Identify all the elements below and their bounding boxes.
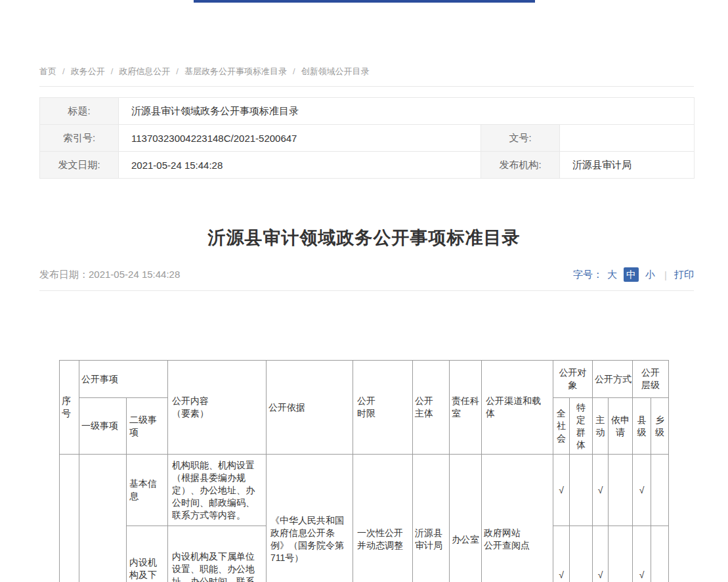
article-info-bar: 发布日期：2021-05-24 15:44:28 字号： 大 中 小 | 打印 bbox=[39, 267, 694, 291]
meta-row-date: 发文日期: 2021-05-24 15:44:28 发布机构: 沂源县审计局 bbox=[40, 152, 695, 179]
col-header-department: 责任科室 bbox=[450, 361, 482, 455]
col-header-specific-group: 特 定 群 体 bbox=[570, 398, 593, 455]
cell-check-specific-group bbox=[570, 526, 593, 582]
meta-docnum-label: 文号: bbox=[481, 125, 560, 152]
col-header-county: 县 级 bbox=[633, 398, 651, 455]
meta-row-index: 索引号: 11370323004223148C/2021-5200647 文号: bbox=[40, 125, 695, 152]
col-header-basis: 公开依据 bbox=[267, 361, 353, 455]
col-header-method: 公开方式 bbox=[593, 361, 633, 398]
meta-title-value: 沂源县审计领域政务公开事项标准目录 bbox=[119, 98, 695, 125]
cell-subject: 沂源县审计局 bbox=[413, 455, 450, 582]
cell-check-on-request bbox=[609, 526, 633, 582]
meta-agency-label: 发布机构: bbox=[481, 152, 560, 179]
col-header-level1-item: 一级事项 bbox=[79, 398, 127, 455]
divider: | bbox=[664, 269, 667, 280]
publish-date-value: 2021-05-24 15:44:28 bbox=[89, 269, 180, 280]
meta-docnum-value bbox=[560, 125, 695, 152]
col-header-audience: 公开对 象 bbox=[553, 361, 593, 398]
col-header-township: 乡 级 bbox=[651, 398, 669, 455]
catalog-row-1: 基本信息 机构职能、机构设置（根据县委编办规定）、办公地址、办公时间、邮政编码、… bbox=[60, 455, 669, 526]
breadcrumb-current: 创新领域公开目录 bbox=[301, 66, 370, 76]
cell-time-limit: 一次性公开并动态调整 bbox=[353, 455, 413, 582]
cell-content: 机构职能、机构设置（根据县委编办规定）、办公地址、办公时间、邮政编码、联系方式等… bbox=[168, 455, 267, 526]
col-header-level2-item: 二级事项 bbox=[127, 398, 168, 455]
document-meta-table: 标题: 沂源县审计领域政务公开事项标准目录 索引号: 1137032300422… bbox=[39, 97, 695, 179]
catalog-header-row-1: 序号 公开事项 公开内容 （要素） 公开依据 公开 时限 公开 主体 责任科室 … bbox=[60, 361, 669, 398]
cell-channel: 政府网站 公开查阅点 bbox=[482, 455, 553, 582]
meta-agency-value: 沂源县审计局 bbox=[560, 152, 695, 179]
top-nav-bar-edge bbox=[194, 0, 535, 3]
print-button[interactable]: 打印 bbox=[674, 269, 694, 281]
breadcrumb-separator: / bbox=[176, 66, 179, 76]
cell-content: 内设机构及下属单位设置、职能、办公地址、办公时间、联系方式、负责人姓名/ bbox=[168, 526, 267, 582]
meta-title-label: 标题: bbox=[40, 98, 119, 125]
breadcrumb: 首页/政务公开/政府信息公开/基层政务公开事项标准目录/创新领域公开目录 bbox=[39, 0, 694, 87]
cell-basis: 《中华人民共和国政府信息公开条例》（国务院令第711号） bbox=[267, 455, 353, 582]
breadcrumb-separator: / bbox=[111, 66, 114, 76]
breadcrumb-grassroots-catalog[interactable]: 基层政务公开事项标准目录 bbox=[184, 66, 287, 76]
col-header-channel: 公开渠道和载体 bbox=[482, 361, 553, 455]
cell-department: 办公室 bbox=[450, 455, 482, 582]
col-header-subject: 公开 主体 bbox=[413, 361, 450, 455]
col-header-proactive: 主 动 bbox=[593, 398, 609, 455]
cell-check-township bbox=[651, 526, 669, 582]
font-size-label: 字号： bbox=[573, 269, 603, 281]
breadcrumb-separator: / bbox=[293, 66, 295, 76]
col-header-serial: 序号 bbox=[60, 361, 79, 455]
breadcrumb-separator: / bbox=[62, 66, 65, 76]
publish-date-label: 发布日期： bbox=[39, 269, 89, 280]
page: 首页/政务公开/政府信息公开/基层政务公开事项标准目录/创新领域公开目录 标题:… bbox=[0, 0, 728, 582]
meta-row-title: 标题: 沂源县审计领域政务公开事项标准目录 bbox=[40, 98, 695, 125]
font-size-small-button[interactable]: 小 bbox=[645, 267, 655, 282]
cell-level2-item: 基本信息 bbox=[127, 455, 168, 526]
catalog-table: 序号 公开事项 公开内容 （要素） 公开依据 公开 时限 公开 主体 责任科室 … bbox=[59, 360, 669, 582]
col-header-on-request: 依申 请 bbox=[609, 398, 633, 455]
cell-check-township bbox=[651, 455, 669, 526]
cell-level1-item bbox=[79, 455, 127, 582]
font-size-medium-button[interactable]: 中 bbox=[624, 267, 639, 282]
page-title: 沂源县审计领域政务公开事项标准目录 bbox=[0, 228, 728, 248]
cell-check-county: √ bbox=[633, 455, 651, 526]
cell-level2-item: 内设机构及下属事业 bbox=[127, 526, 168, 582]
meta-issue-date-value: 2021-05-24 15:44:28 bbox=[119, 152, 481, 179]
breadcrumb-home[interactable]: 首页 bbox=[39, 66, 56, 76]
font-size-controls: 字号： 大 中 小 | 打印 bbox=[573, 267, 694, 282]
meta-issue-date-label: 发文日期: bbox=[40, 152, 119, 179]
col-header-disclosure-item: 公开事项 bbox=[79, 361, 168, 398]
publish-date: 发布日期：2021-05-24 15:44:28 bbox=[39, 269, 180, 281]
cell-serial bbox=[60, 455, 79, 582]
cell-check-all-society: √ bbox=[553, 526, 570, 582]
meta-index-value: 11370323004223148C/2021-5200647 bbox=[119, 125, 481, 152]
meta-index-label: 索引号: bbox=[40, 125, 119, 152]
cell-check-specific-group bbox=[570, 455, 593, 526]
col-header-content: 公开内容 （要素） bbox=[168, 361, 267, 455]
col-header-level: 公开 层级 bbox=[633, 361, 669, 398]
col-header-all-society: 全 社 会 bbox=[553, 398, 570, 455]
cell-check-on-request bbox=[609, 455, 633, 526]
breadcrumb-gov-disclosure[interactable]: 政务公开 bbox=[71, 66, 105, 76]
cell-check-proactive: √ bbox=[593, 526, 609, 582]
cell-check-proactive: √ bbox=[593, 455, 609, 526]
cell-check-county: √ bbox=[633, 526, 651, 582]
font-size-large-button[interactable]: 大 bbox=[607, 267, 617, 282]
cell-check-all-society: √ bbox=[553, 455, 570, 526]
col-header-time-limit: 公开 时限 bbox=[353, 361, 413, 455]
breadcrumb-gov-info-disclosure[interactable]: 政府信息公开 bbox=[119, 66, 170, 76]
